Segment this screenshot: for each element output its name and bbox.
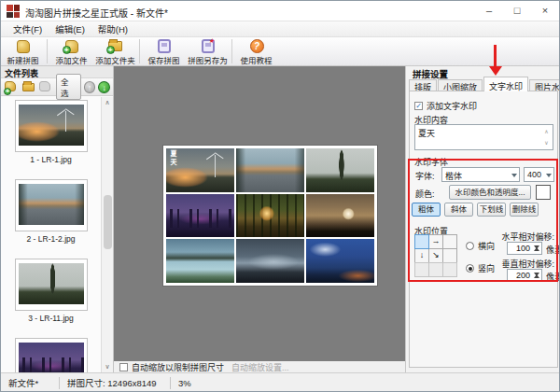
preview-canvas: 夏天	[114, 66, 405, 361]
save-as-icon	[199, 39, 217, 53]
save-collage-icon	[155, 39, 174, 53]
add-folder-small-icon[interactable]	[21, 80, 36, 94]
close-button[interactable]: ×	[531, 1, 559, 21]
autoscale-label: 自动缩放以限制拼图尺寸	[132, 361, 224, 373]
autoscale-settings-link: 自动缩放设置...	[231, 361, 289, 373]
settings-tabs: 排版 小图缩放 文字水印 图片水印	[409, 77, 560, 91]
radio-icon[interactable]	[466, 242, 474, 250]
watermark-position-grid[interactable]: → ↓ ↘	[414, 234, 456, 276]
add-folder-icon: +	[106, 39, 125, 53]
remove-file-icon	[38, 80, 53, 94]
statusbar: 新文件* 拼图尺寸: 12496x8149 3%	[1, 372, 559, 392]
position-cell[interactable]	[414, 262, 429, 277]
watermark-color-button[interactable]: 水印颜色和透明度...	[449, 185, 531, 200]
font-size-select[interactable]: 400	[524, 167, 554, 182]
spin-down-icon[interactable]	[534, 245, 539, 252]
add-watermark-row: ✓ 添加文字水印	[414, 100, 477, 112]
position-cell[interactable]: →	[428, 234, 443, 249]
collage-cell-storm-clouds	[236, 239, 304, 283]
color-label: 颜色:	[415, 188, 435, 200]
position-cell[interactable]	[442, 234, 457, 249]
color-swatch[interactable]	[536, 185, 551, 200]
h-offset-spinner[interactable]: 100	[507, 242, 542, 255]
list-item[interactable]: 1 - LR-1.jpg	[1, 100, 101, 164]
list-item[interactable]: 2 - LR-1-2.jpg	[1, 179, 101, 244]
font-label: 字体:	[415, 170, 435, 182]
collage-cell-tree	[306, 148, 374, 192]
italic-button[interactable]: 斜体	[444, 203, 473, 217]
collage-cell-forest-sun	[236, 194, 304, 238]
v-offset-spinner[interactable]: 200	[507, 269, 542, 282]
new-collage-icon	[14, 39, 33, 53]
collage-cell-night-city	[166, 194, 234, 238]
add-watermark-checkbox[interactable]: ✓	[414, 102, 423, 110]
select-all-button[interactable]: 全选	[56, 74, 81, 100]
font-family-select[interactable]: 楷体	[441, 167, 520, 182]
status-zoom-level: 3%	[171, 378, 199, 388]
scrollbar-thumb[interactable]	[104, 195, 112, 249]
thumbnail-tree	[19, 263, 84, 304]
settings-panel: 拼接设置 排版 小图缩放 文字水印 图片水印 ✓ 添加文字水印 水印内容 夏天 …	[405, 66, 560, 372]
h-offset-unit: 像素	[546, 244, 560, 256]
add-file-small-icon[interactable]: +	[4, 80, 19, 94]
autoscale-row: 自动缩放以限制拼图尺寸 自动缩放设置...	[114, 361, 405, 372]
save-as-button[interactable]: 拼图另存为	[186, 38, 230, 65]
annotation-arrow-line	[494, 45, 497, 67]
thumbnail-street	[19, 184, 84, 225]
position-cell[interactable]	[442, 248, 457, 263]
menu-help[interactable]: 帮助(H)	[91, 21, 134, 37]
collage-cell-street	[236, 148, 304, 192]
radio-icon[interactable]	[466, 264, 474, 273]
collage-cell-windmill: 夏天	[166, 148, 234, 192]
tutorial-button[interactable]: ? 使用教程	[234, 38, 278, 65]
bold-button[interactable]: 粗体	[412, 203, 441, 217]
position-cell[interactable]: ↓	[414, 248, 429, 263]
file-list-panel: 文件列表 + 全选 ↑ ↓ 1 - LR-1.jpg 2 - LR-1-2.jp…	[1, 66, 114, 372]
list-item[interactable]: 3 - LR-11.jpg	[1, 259, 101, 323]
file-list: 1 - LR-1.jpg 2 - LR-1-2.jpg 3 - LR-11.jp…	[1, 97, 101, 372]
toolbar-separator	[139, 39, 140, 63]
window-title: 淘淘图片拼接之星正式版 - 新文件*	[25, 6, 168, 20]
toolbar-separator	[231, 39, 232, 63]
thumbnail-windmill	[19, 105, 84, 146]
toolbar-separator	[47, 39, 48, 63]
toolbar: 新建拼图 + 添加文件 + 添加文件夹 保存拼图 拼图另存为 ? 使用教程	[1, 37, 559, 66]
app-logo-icon	[7, 5, 20, 18]
position-cell[interactable]	[442, 262, 457, 277]
underline-button[interactable]: 下划线	[477, 203, 506, 217]
collage-cell-golden-clouds	[306, 194, 374, 238]
position-cell[interactable]: ↘	[428, 248, 443, 263]
minimize-button[interactable]: –	[475, 1, 503, 21]
add-watermark-label: 添加文字水印	[427, 100, 477, 112]
position-cell[interactable]	[428, 262, 443, 277]
save-collage-button[interactable]: 保存拼图	[142, 38, 186, 65]
v-offset-unit: 像素	[546, 271, 560, 283]
add-file-button[interactable]: + 添加文件	[49, 38, 93, 65]
file-list-scrollbar[interactable]: ∧ ∨	[101, 97, 113, 372]
collage-cell-blue-sky	[306, 239, 374, 283]
titlebar: 淘淘图片拼接之星正式版 - 新文件* – □ ×	[1, 1, 559, 21]
new-collage-button[interactable]: 新建拼图	[1, 38, 45, 65]
app-window: 淘淘图片拼接之星正式版 - 新文件* – □ × 文件(F) 编辑(E) 帮助(…	[0, 0, 560, 392]
textarea-scroll-icons[interactable]: ∧∨	[542, 126, 551, 148]
strikethrough-button[interactable]: 删除线	[510, 203, 539, 217]
menu-edit[interactable]: 编辑(E)	[49, 21, 91, 37]
watermark-text: 夏天	[168, 150, 177, 167]
autoscale-checkbox[interactable]	[119, 363, 128, 371]
position-cell-selected[interactable]	[414, 234, 429, 249]
maximize-button[interactable]: □	[503, 1, 531, 21]
scroll-up-icon[interactable]: ∧	[102, 99, 113, 106]
status-collage-size: 拼图尺寸: 12496x8149	[60, 376, 170, 389]
scroll-down-icon[interactable]: ∨	[102, 363, 113, 371]
list-item[interactable]	[1, 338, 101, 372]
move-down-icon[interactable]: ↓	[98, 81, 110, 93]
chevron-down-icon	[546, 174, 552, 180]
add-folder-button[interactable]: + 添加文件夹	[93, 38, 137, 65]
menu-file[interactable]: 文件(F)	[7, 21, 49, 37]
annotation-arrow-head	[489, 66, 502, 82]
spin-down-icon[interactable]	[534, 273, 539, 279]
collage-cell-lake	[166, 239, 234, 283]
add-file-icon: +	[63, 39, 81, 53]
watermark-content-input[interactable]: 夏天	[414, 124, 553, 150]
status-filename: 新文件*	[1, 376, 59, 389]
